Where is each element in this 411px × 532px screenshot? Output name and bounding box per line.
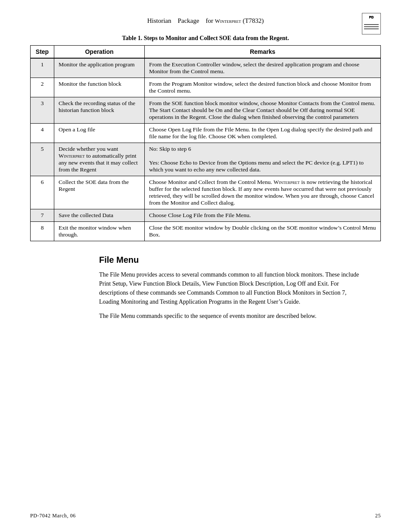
operation-text: Collect the SOE data from the Regent xyxy=(54,176,145,209)
table-row: 5 Decide whether you wantWinterpret to a… xyxy=(31,143,381,176)
table-row: 2 Monitor the function block From the Pr… xyxy=(31,78,381,97)
table-row: 3 Check the recording status of the hist… xyxy=(31,97,381,124)
col-remarks: Remarks xyxy=(145,46,381,59)
remarks-text: From the Execution Controller window, se… xyxy=(145,58,381,78)
page-footer: PD-7042 March, 06 25 xyxy=(30,513,381,519)
table-row: 6 Collect the SOE data from the Regent C… xyxy=(31,176,381,209)
remarks-text: From the SOE function block monitor wind… xyxy=(145,97,381,124)
steps-table: Step Operation Remarks 1 Monitor the app… xyxy=(30,45,381,241)
remarks-text: Choose Close Log File from the File Menu… xyxy=(145,209,381,222)
operation-text: Monitor the function block xyxy=(54,78,145,97)
table-row: 1 Monitor the application program From t… xyxy=(31,58,381,78)
footer-right: 25 xyxy=(375,513,381,519)
table-row: 7 Save the collected Data Choose Close L… xyxy=(31,209,381,222)
operation-text: Exit the monitor window when through. xyxy=(54,222,145,241)
document-icon: PD xyxy=(362,13,381,36)
footer-left: PD-7042 March, 06 xyxy=(30,513,76,519)
col-operation: Operation xyxy=(54,46,145,59)
remarks-text: Choose Monitor and Collect from the Cont… xyxy=(145,176,381,209)
file-menu-para-1: The File Menu provides access to several… xyxy=(99,270,368,306)
table-row: 4 Open a Log file Choose Open Log File f… xyxy=(31,124,381,143)
remarks-text: From the Program Monitor window, select … xyxy=(145,78,381,97)
operation-text: Decide whether you wantWinterpret to aut… xyxy=(54,143,145,176)
operation-text: Save the collected Data xyxy=(54,209,145,222)
remarks-text: No: Skip to step 6 Yes: Choose Echo to D… xyxy=(145,143,381,176)
col-step: Step xyxy=(31,46,54,59)
header-title: Historian Package for Winterpret (T7832) xyxy=(147,17,264,25)
file-menu-para-2: The File Menu commands specific to the s… xyxy=(99,311,368,320)
page: Historian Package for Winterpret (T7832)… xyxy=(0,0,411,532)
step-number: 1 xyxy=(31,58,54,78)
page-header: Historian Package for Winterpret (T7832)… xyxy=(30,17,381,25)
step-number: 5 xyxy=(31,143,54,176)
step-number: 3 xyxy=(31,97,54,124)
remarks-text: Choose Open Log File from the File Menu.… xyxy=(145,124,381,143)
file-menu-body: The File Menu provides access to several… xyxy=(99,270,368,320)
step-number: 8 xyxy=(31,222,54,241)
operation-text: Open a Log file xyxy=(54,124,145,143)
remarks-text: Close the SOE monitor window by Double c… xyxy=(145,222,381,241)
step-number: 4 xyxy=(31,124,54,143)
table-caption: Table 1. Steps to Monitor and Collect SO… xyxy=(30,35,381,42)
file-menu-heading: File Menu xyxy=(99,255,381,265)
step-number: 6 xyxy=(31,176,54,209)
step-number: 7 xyxy=(31,209,54,222)
table-row: 8 Exit the monitor window when through. … xyxy=(31,222,381,241)
step-number: 2 xyxy=(31,78,54,97)
operation-text: Check the recording status of the histor… xyxy=(54,97,145,124)
operation-text: Monitor the application program xyxy=(54,58,145,78)
